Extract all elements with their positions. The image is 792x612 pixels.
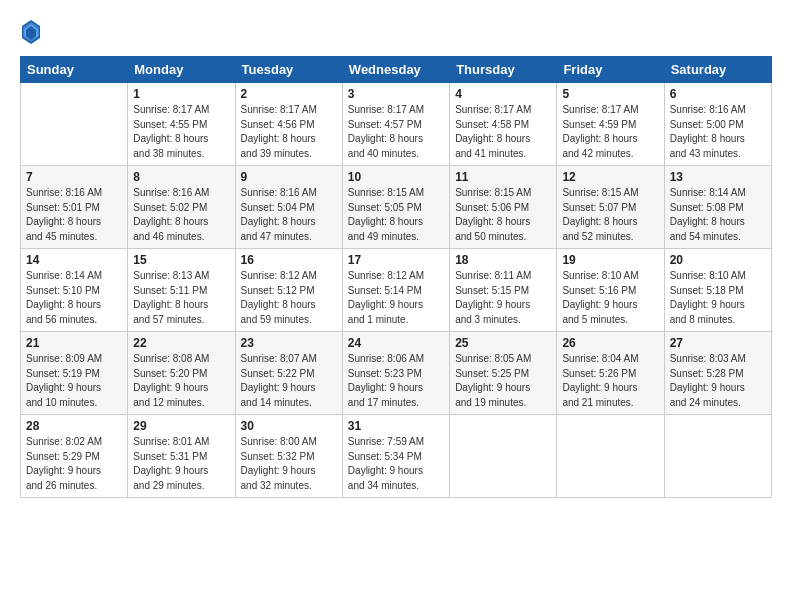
cell-info: Sunrise: 8:16 AM Sunset: 5:02 PM Dayligh…: [133, 186, 229, 244]
cell-info: Sunrise: 8:07 AM Sunset: 5:22 PM Dayligh…: [241, 352, 337, 410]
cell-info: Sunrise: 8:02 AM Sunset: 5:29 PM Dayligh…: [26, 435, 122, 493]
header-row: SundayMondayTuesdayWednesdayThursdayFrid…: [21, 57, 772, 83]
calendar-cell: 9Sunrise: 8:16 AM Sunset: 5:04 PM Daylig…: [235, 166, 342, 249]
day-header-monday: Monday: [128, 57, 235, 83]
calendar-cell: 30Sunrise: 8:00 AM Sunset: 5:32 PM Dayli…: [235, 415, 342, 498]
cell-info: Sunrise: 8:13 AM Sunset: 5:11 PM Dayligh…: [133, 269, 229, 327]
week-row-4: 28Sunrise: 8:02 AM Sunset: 5:29 PM Dayli…: [21, 415, 772, 498]
day-number: 18: [455, 253, 551, 267]
calendar-cell: 14Sunrise: 8:14 AM Sunset: 5:10 PM Dayli…: [21, 249, 128, 332]
cell-info: Sunrise: 8:04 AM Sunset: 5:26 PM Dayligh…: [562, 352, 658, 410]
day-number: 8: [133, 170, 229, 184]
cell-info: Sunrise: 8:16 AM Sunset: 5:04 PM Dayligh…: [241, 186, 337, 244]
cell-info: Sunrise: 8:15 AM Sunset: 5:05 PM Dayligh…: [348, 186, 444, 244]
day-number: 16: [241, 253, 337, 267]
calendar-cell: 4Sunrise: 8:17 AM Sunset: 4:58 PM Daylig…: [450, 83, 557, 166]
calendar-table: SundayMondayTuesdayWednesdayThursdayFrid…: [20, 56, 772, 498]
calendar-cell: 23Sunrise: 8:07 AM Sunset: 5:22 PM Dayli…: [235, 332, 342, 415]
cell-info: Sunrise: 8:15 AM Sunset: 5:07 PM Dayligh…: [562, 186, 658, 244]
calendar-cell: [21, 83, 128, 166]
day-number: 10: [348, 170, 444, 184]
calendar-cell: 16Sunrise: 8:12 AM Sunset: 5:12 PM Dayli…: [235, 249, 342, 332]
calendar-cell: 6Sunrise: 8:16 AM Sunset: 5:00 PM Daylig…: [664, 83, 771, 166]
day-number: 1: [133, 87, 229, 101]
calendar-cell: 27Sunrise: 8:03 AM Sunset: 5:28 PM Dayli…: [664, 332, 771, 415]
day-number: 2: [241, 87, 337, 101]
calendar-cell: 19Sunrise: 8:10 AM Sunset: 5:16 PM Dayli…: [557, 249, 664, 332]
calendar-cell: 21Sunrise: 8:09 AM Sunset: 5:19 PM Dayli…: [21, 332, 128, 415]
cell-info: Sunrise: 8:15 AM Sunset: 5:06 PM Dayligh…: [455, 186, 551, 244]
day-number: 23: [241, 336, 337, 350]
day-number: 22: [133, 336, 229, 350]
week-row-1: 7Sunrise: 8:16 AM Sunset: 5:01 PM Daylig…: [21, 166, 772, 249]
cell-info: Sunrise: 8:17 AM Sunset: 4:57 PM Dayligh…: [348, 103, 444, 161]
cell-info: Sunrise: 8:01 AM Sunset: 5:31 PM Dayligh…: [133, 435, 229, 493]
day-header-saturday: Saturday: [664, 57, 771, 83]
cell-info: Sunrise: 8:05 AM Sunset: 5:25 PM Dayligh…: [455, 352, 551, 410]
day-number: 7: [26, 170, 122, 184]
day-number: 14: [26, 253, 122, 267]
cell-info: Sunrise: 8:03 AM Sunset: 5:28 PM Dayligh…: [670, 352, 766, 410]
calendar-cell: [557, 415, 664, 498]
day-number: 24: [348, 336, 444, 350]
cell-info: Sunrise: 8:06 AM Sunset: 5:23 PM Dayligh…: [348, 352, 444, 410]
day-number: 5: [562, 87, 658, 101]
cell-info: Sunrise: 8:12 AM Sunset: 5:14 PM Dayligh…: [348, 269, 444, 327]
page: SundayMondayTuesdayWednesdayThursdayFrid…: [0, 0, 792, 508]
cell-info: Sunrise: 8:14 AM Sunset: 5:10 PM Dayligh…: [26, 269, 122, 327]
day-header-wednesday: Wednesday: [342, 57, 449, 83]
cell-info: Sunrise: 8:17 AM Sunset: 4:59 PM Dayligh…: [562, 103, 658, 161]
calendar-cell: 1Sunrise: 8:17 AM Sunset: 4:55 PM Daylig…: [128, 83, 235, 166]
cell-info: Sunrise: 8:08 AM Sunset: 5:20 PM Dayligh…: [133, 352, 229, 410]
day-number: 21: [26, 336, 122, 350]
logo: [20, 18, 46, 46]
calendar-cell: 2Sunrise: 8:17 AM Sunset: 4:56 PM Daylig…: [235, 83, 342, 166]
cell-info: Sunrise: 8:10 AM Sunset: 5:16 PM Dayligh…: [562, 269, 658, 327]
day-number: 4: [455, 87, 551, 101]
calendar-cell: 10Sunrise: 8:15 AM Sunset: 5:05 PM Dayli…: [342, 166, 449, 249]
cell-info: Sunrise: 8:16 AM Sunset: 5:01 PM Dayligh…: [26, 186, 122, 244]
day-number: 19: [562, 253, 658, 267]
calendar-cell: 24Sunrise: 8:06 AM Sunset: 5:23 PM Dayli…: [342, 332, 449, 415]
cell-info: Sunrise: 8:16 AM Sunset: 5:00 PM Dayligh…: [670, 103, 766, 161]
day-number: 31: [348, 419, 444, 433]
cell-info: Sunrise: 7:59 AM Sunset: 5:34 PM Dayligh…: [348, 435, 444, 493]
calendar-cell: 15Sunrise: 8:13 AM Sunset: 5:11 PM Dayli…: [128, 249, 235, 332]
day-header-sunday: Sunday: [21, 57, 128, 83]
cell-info: Sunrise: 8:00 AM Sunset: 5:32 PM Dayligh…: [241, 435, 337, 493]
cell-info: Sunrise: 8:09 AM Sunset: 5:19 PM Dayligh…: [26, 352, 122, 410]
calendar-cell: 31Sunrise: 7:59 AM Sunset: 5:34 PM Dayli…: [342, 415, 449, 498]
day-number: 26: [562, 336, 658, 350]
calendar-cell: [664, 415, 771, 498]
calendar-cell: 11Sunrise: 8:15 AM Sunset: 5:06 PM Dayli…: [450, 166, 557, 249]
header: [20, 18, 772, 46]
calendar-cell: 18Sunrise: 8:11 AM Sunset: 5:15 PM Dayli…: [450, 249, 557, 332]
calendar-cell: 25Sunrise: 8:05 AM Sunset: 5:25 PM Dayli…: [450, 332, 557, 415]
day-number: 28: [26, 419, 122, 433]
week-row-2: 14Sunrise: 8:14 AM Sunset: 5:10 PM Dayli…: [21, 249, 772, 332]
cell-info: Sunrise: 8:14 AM Sunset: 5:08 PM Dayligh…: [670, 186, 766, 244]
cell-info: Sunrise: 8:17 AM Sunset: 4:56 PM Dayligh…: [241, 103, 337, 161]
cell-info: Sunrise: 8:17 AM Sunset: 4:55 PM Dayligh…: [133, 103, 229, 161]
day-number: 20: [670, 253, 766, 267]
day-number: 11: [455, 170, 551, 184]
day-number: 15: [133, 253, 229, 267]
day-number: 12: [562, 170, 658, 184]
day-number: 25: [455, 336, 551, 350]
day-header-thursday: Thursday: [450, 57, 557, 83]
calendar-cell: 3Sunrise: 8:17 AM Sunset: 4:57 PM Daylig…: [342, 83, 449, 166]
week-row-3: 21Sunrise: 8:09 AM Sunset: 5:19 PM Dayli…: [21, 332, 772, 415]
calendar-cell: 17Sunrise: 8:12 AM Sunset: 5:14 PM Dayli…: [342, 249, 449, 332]
day-number: 29: [133, 419, 229, 433]
week-row-0: 1Sunrise: 8:17 AM Sunset: 4:55 PM Daylig…: [21, 83, 772, 166]
cell-info: Sunrise: 8:12 AM Sunset: 5:12 PM Dayligh…: [241, 269, 337, 327]
logo-icon: [20, 18, 42, 46]
calendar-cell: 7Sunrise: 8:16 AM Sunset: 5:01 PM Daylig…: [21, 166, 128, 249]
calendar-cell: 22Sunrise: 8:08 AM Sunset: 5:20 PM Dayli…: [128, 332, 235, 415]
cell-info: Sunrise: 8:10 AM Sunset: 5:18 PM Dayligh…: [670, 269, 766, 327]
cell-info: Sunrise: 8:17 AM Sunset: 4:58 PM Dayligh…: [455, 103, 551, 161]
day-number: 17: [348, 253, 444, 267]
calendar-cell: 29Sunrise: 8:01 AM Sunset: 5:31 PM Dayli…: [128, 415, 235, 498]
day-header-friday: Friday: [557, 57, 664, 83]
calendar-cell: 26Sunrise: 8:04 AM Sunset: 5:26 PM Dayli…: [557, 332, 664, 415]
